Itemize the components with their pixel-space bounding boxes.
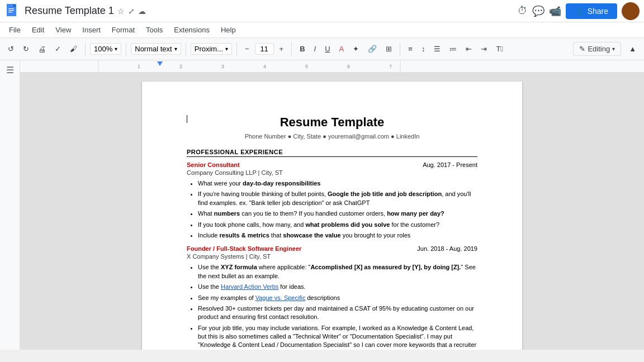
svg-text:1: 1 (138, 64, 140, 69)
font-chevron: ▾ (225, 46, 228, 52)
menu-view[interactable]: View (51, 25, 75, 35)
editing-pencil-icon: ✎ (579, 45, 585, 53)
svg-text:7: 7 (389, 64, 392, 69)
top-right-area: ⏱ 💬 📹 👤 Share (518, 2, 640, 20)
menu-format[interactable]: Format (107, 25, 139, 35)
zoom-chevron: ▾ (115, 46, 117, 52)
svg-text:4: 4 (263, 64, 266, 69)
paint-format-button[interactable]: 🖌 (67, 42, 80, 55)
bullet-item: What numbers can you tie to them? If you… (198, 209, 477, 218)
undo-button[interactable]: ↺ (4, 42, 17, 55)
italic-button[interactable]: I (311, 42, 320, 55)
job-1-company: Company Consulting LLP | City, ST (187, 169, 477, 176)
font-size-increase-button[interactable]: + (276, 42, 287, 55)
cloud-icon[interactable]: ☁ (138, 7, 146, 16)
resume-title: Resume Template (187, 115, 477, 130)
doc-area: ☰ 1 2 3 4 5 6 7 (0, 60, 644, 350)
editing-button[interactable]: ✎ Editing ▾ (573, 42, 621, 56)
svg-rect-2 (8, 8, 14, 9)
professional-experience-section: PROFESSIONAL EXPERIENCE Senior Consultan… (187, 149, 477, 350)
bullet-item: Include results & metrics that showcase … (198, 231, 477, 240)
link-button[interactable]: 🔗 (364, 42, 380, 55)
app-logo (4, 3, 20, 19)
underline-button[interactable]: U (321, 42, 333, 55)
toolbar-separator-4 (236, 42, 237, 56)
svg-text:3: 3 (221, 64, 224, 69)
style-selector[interactable]: Normal text ▾ (131, 43, 181, 55)
menu-edit[interactable]: Edit (27, 25, 49, 35)
bullet-item: Resolved 30+ customer tickets per day an… (198, 304, 477, 322)
svg-text:6: 6 (347, 64, 350, 69)
history-icon[interactable]: ⏱ (518, 5, 528, 17)
line-spacing-button[interactable]: ↕ (418, 42, 429, 55)
numbered-list-button[interactable]: ≔ (446, 42, 460, 55)
text-color-button[interactable]: A (336, 42, 348, 55)
left-panel: ☰ (0, 60, 20, 350)
doc-title-area: Resume Template 1 ☆ ⤢ ☁ (25, 5, 518, 17)
star-icon[interactable]: ☆ (117, 7, 125, 16)
menu-insert[interactable]: Insert (78, 25, 105, 35)
job-1-dates: Aug. 2017 - Present (423, 161, 477, 168)
menu-tools[interactable]: Tools (141, 25, 167, 35)
svg-rect-3 (8, 10, 14, 11)
bullet-item: If you're having trouble thinking of bul… (198, 190, 477, 207)
job-2-title: Founder / Full-Stack Software Engineer (187, 245, 301, 252)
bullet-item: Use the Harvard Action Verbs for ideas. (198, 283, 477, 291)
toolbar-separator-6 (400, 42, 400, 56)
redo-button[interactable]: ↻ (20, 42, 32, 55)
spellcheck-button[interactable]: ✓ (51, 42, 64, 55)
toolbar-separator-3 (186, 42, 186, 56)
menu-help[interactable]: Help (216, 25, 240, 35)
bullet-item: What were your day-to-day responsibiliti… (198, 179, 477, 188)
bold-button[interactable]: B (296, 42, 308, 55)
menu-bar: File Edit View Insert Format Tools Exten… (0, 22, 644, 38)
menu-extensions[interactable]: Extensions (169, 25, 214, 35)
menu-file[interactable]: File (4, 25, 25, 35)
toolbar-separator-5 (291, 42, 292, 56)
font-value: Proxim... (195, 45, 223, 53)
zoom-value: 100% (94, 45, 112, 53)
ruler: 1 2 3 4 5 6 7 (20, 60, 644, 73)
resume-contact: Phone Number ● City, State ● youremail@g… (187, 133, 477, 140)
svg-text:2: 2 (179, 64, 182, 69)
font-selector[interactable]: Proxim... ▾ (191, 43, 232, 55)
clear-format-button[interactable]: T⃝ (493, 42, 506, 55)
font-size-decrease-button[interactable]: − (242, 42, 253, 55)
text-cursor (187, 115, 187, 123)
indent-decrease-button[interactable]: ⇤ (462, 42, 475, 55)
job-1-header: Senior Consultant Aug. 2017 - Present (187, 161, 477, 168)
zoom-selector[interactable]: 100% ▾ (90, 43, 121, 55)
bullet-list-button[interactable]: ☰ (430, 42, 444, 55)
print-button[interactable]: 🖨 (35, 42, 49, 56)
share-icon: 👤 (575, 7, 584, 16)
job-2-bullets: Use the XYZ formula where applicable: "A… (187, 263, 477, 350)
svg-rect-4 (8, 12, 12, 12)
editing-chevron: ▾ (612, 46, 615, 52)
image-button[interactable]: ⊞ (382, 42, 395, 55)
outline-icon[interactable]: ☰ (6, 65, 14, 75)
job-1-title: Senior Consultant (187, 161, 240, 168)
avatar[interactable] (622, 2, 640, 20)
collapse-toolbar-button[interactable]: ▲ (626, 42, 640, 55)
align-button[interactable]: ≡ (405, 42, 416, 55)
highlight-button[interactable]: ✦ (349, 42, 362, 55)
move-icon[interactable]: ⤢ (128, 7, 135, 16)
comment-icon[interactable]: 💬 (532, 5, 544, 17)
job-2-header: Founder / Full-Stack Software Engineer J… (187, 245, 477, 252)
style-chevron: ▾ (174, 46, 177, 52)
page-wrapper[interactable]: Resume Template Phone Number ● City, Sta… (20, 73, 644, 350)
job-2: Founder / Full-Stack Software Engineer J… (187, 245, 477, 350)
meet-icon[interactable]: 📹 (549, 5, 561, 17)
job-1-bullets: What were your day-to-day responsibiliti… (187, 179, 477, 240)
doc-content-area: 1 2 3 4 5 6 7 Resume Template Phone Numb… (20, 60, 644, 350)
document-page[interactable]: Resume Template Phone Number ● City, Sta… (142, 82, 522, 350)
indent-increase-button[interactable]: ⇥ (477, 42, 490, 55)
bullet-item: See my examples of Vague vs. Specific de… (198, 294, 477, 302)
toolbar-separator-2 (126, 42, 126, 56)
share-button[interactable]: 👤 Share (566, 3, 617, 19)
font-size-input[interactable] (255, 43, 274, 55)
editing-label: Editing (588, 45, 610, 53)
doc-title[interactable]: Resume Template 1 (25, 5, 114, 17)
svg-text:5: 5 (305, 64, 308, 69)
svg-rect-5 (20, 60, 644, 73)
